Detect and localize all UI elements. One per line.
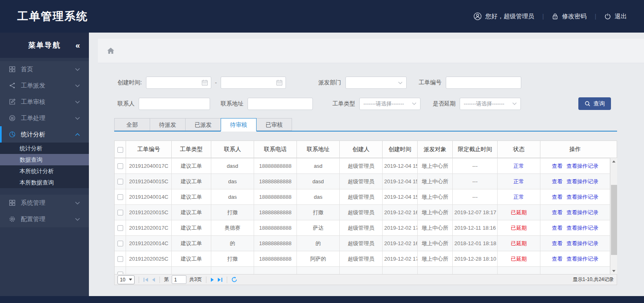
sidebar-item-process[interactable]: 工单处理 <box>0 110 89 126</box>
view-link[interactable]: 查看 <box>552 240 562 246</box>
sidebar-item-home[interactable]: 首页 <box>0 61 89 77</box>
cell-address: 打撒 <box>297 205 340 220</box>
change-password-button[interactable]: 修改密码 <box>552 13 586 20</box>
view-link[interactable]: 查看 <box>552 225 562 231</box>
col-status[interactable]: 状态 <box>498 141 540 158</box>
tab-to-dispatch[interactable]: 待派发 <box>150 118 186 131</box>
sidebar-item-dispatch[interactable]: 工单派发 <box>0 77 89 94</box>
view-log-link[interactable]: 查看操作记录 <box>567 163 598 169</box>
contact-input[interactable] <box>139 98 210 110</box>
delayed-select[interactable]: -------请选择------- <box>460 98 521 110</box>
first-page-button[interactable] <box>143 277 148 282</box>
view-log-link[interactable]: 查看操作记录 <box>567 225 598 231</box>
col-phone[interactable]: 联系电话 <box>254 141 297 158</box>
apps-icon <box>9 200 15 206</box>
col-address[interactable]: 联系地址 <box>297 141 340 158</box>
row-checkbox[interactable] <box>117 179 123 184</box>
cell-deadline: --- <box>453 158 498 174</box>
col-created[interactable]: 创建时间 <box>383 141 418 158</box>
last-page-button[interactable] <box>217 277 223 282</box>
dispatch-dept-select[interactable] <box>345 77 407 89</box>
divider <box>206 277 206 283</box>
search-button[interactable]: 查询 <box>578 97 611 110</box>
lock-icon <box>552 13 558 20</box>
col-actions[interactable]: 操作 <box>540 141 610 158</box>
col-deadline[interactable]: 限定截止时间 <box>453 141 498 158</box>
cell-creator: 超级管理员 <box>340 220 383 236</box>
next-page-button[interactable] <box>210 277 215 282</box>
select-all-checkbox[interactable] <box>117 147 123 153</box>
tab-all[interactable]: 全部 <box>114 118 150 131</box>
view-link[interactable]: 查看 <box>552 194 562 200</box>
view-log-link[interactable]: 查看操作记录 <box>567 178 598 184</box>
view-log-link[interactable]: 查看操作记录 <box>567 256 598 262</box>
cell-target: 墩上中心所 <box>418 189 453 205</box>
page-input[interactable] <box>172 275 186 284</box>
order-type-select[interactable]: -------请选择------- <box>359 98 420 110</box>
col-order-type[interactable]: 工单类型 <box>172 141 211 158</box>
cell-creator: 超级管理员 <box>340 174 383 189</box>
row-checkbox[interactable] <box>117 241 123 246</box>
sidebar-subitem-branch-data-query[interactable]: 本所数据查询 <box>0 177 89 188</box>
row-checkbox[interactable] <box>117 163 123 169</box>
created-time-label: 创建时间: <box>117 79 142 86</box>
view-link[interactable]: 查看 <box>552 256 562 262</box>
sidebar-subitem-statistics[interactable]: 统计分析 <box>0 143 89 154</box>
view-link[interactable]: 查看 <box>552 209 562 215</box>
sidebar-subitem-branch-statistics[interactable]: 本所统计分析 <box>0 165 89 177</box>
table-row: 201912040014C 建议工单 das 18888888888 das 超… <box>115 189 610 205</box>
calendar-icon[interactable] <box>201 79 208 87</box>
col-order-no[interactable]: 工单编号 <box>126 141 172 158</box>
row-select-cell <box>115 174 126 189</box>
sidebar-subitem-data-query[interactable]: 数据查询 <box>0 154 89 165</box>
created-from-input[interactable] <box>146 77 211 89</box>
row-checkbox[interactable] <box>117 225 123 231</box>
divider <box>139 277 139 283</box>
cell-deadline: 2019-12-11 18:16 <box>453 220 498 236</box>
view-link[interactable]: 查看 <box>552 163 562 169</box>
chevron-down-icon <box>412 102 416 105</box>
tab-reviewed[interactable]: 已审核 <box>256 118 292 131</box>
view-log-link[interactable]: 查看操作记录 <box>567 240 598 246</box>
view-log-link[interactable]: 查看操作记录 <box>567 194 598 200</box>
cell-order-no: 201912040014C <box>126 189 172 205</box>
cell-created: 2019-12-04 15 <box>383 174 418 189</box>
refresh-button[interactable] <box>231 277 237 283</box>
cell-phone: 18888888888 <box>254 189 297 205</box>
sidebar-item-system[interactable]: 系统管理 <box>0 195 89 211</box>
col-target[interactable]: 派发对象 <box>418 141 453 158</box>
tab-dispatched[interactable]: 已派发 <box>185 118 221 131</box>
row-checkbox[interactable] <box>117 272 123 274</box>
order-no-input[interactable] <box>446 77 521 89</box>
col-creator[interactable]: 创建人 <box>340 141 383 158</box>
home-icon[interactable] <box>107 47 115 54</box>
greeting-text: 您好，超级管理员 <box>485 13 534 20</box>
collapse-sidebar-icon[interactable]: « <box>75 41 79 50</box>
user-greeting[interactable]: 您好，超级管理员 <box>474 12 534 20</box>
cell-order-no: 201912020025C <box>126 251 172 267</box>
tab-to-review[interactable]: 待审核 <box>221 118 257 132</box>
row-checkbox[interactable] <box>117 210 123 215</box>
scroll-down-arrow[interactable] <box>611 268 617 274</box>
sidebar-item-statistics[interactable]: 统计分析 <box>0 126 89 143</box>
grid-icon <box>9 66 15 72</box>
address-input[interactable] <box>248 98 313 110</box>
vertical-scrollbar[interactable] <box>610 158 617 274</box>
logout-label: 退出 <box>615 13 627 20</box>
top-header: 工单管理系统 您好，超级管理员 | 修改密码 | 退出 <box>0 0 644 33</box>
view-link[interactable]: 查看 <box>552 178 562 184</box>
row-checkbox[interactable] <box>117 194 123 200</box>
view-log-link[interactable]: 查看操作记录 <box>567 209 598 215</box>
created-to-input[interactable] <box>221 77 286 89</box>
logout-button[interactable]: 退出 <box>604 13 627 20</box>
prev-page-button[interactable] <box>151 277 155 282</box>
row-checkbox[interactable] <box>117 256 123 262</box>
scroll-up-arrow[interactable] <box>611 158 617 165</box>
sidebar-item-config[interactable]: 配置管理 <box>0 211 89 227</box>
sidebar-item-review[interactable]: 工单审核 <box>0 94 89 110</box>
page-size-select[interactable]: 10 <box>117 275 135 284</box>
scroll-thumb[interactable] <box>611 185 617 255</box>
cell-target: 墩上中心所 <box>418 220 453 236</box>
col-contact[interactable]: 联系人 <box>211 141 254 158</box>
calendar-icon[interactable] <box>276 79 283 87</box>
